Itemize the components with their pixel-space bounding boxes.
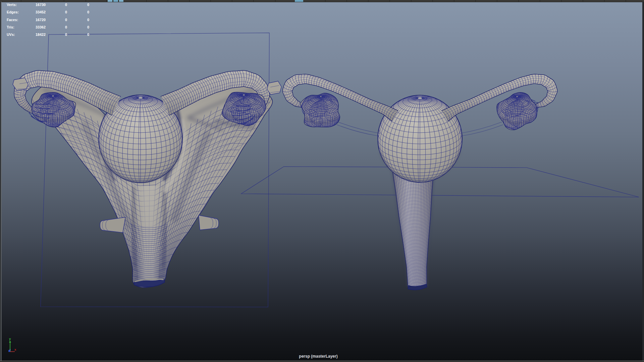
svg-text:18422: 18422 xyxy=(36,33,46,37)
svg-text:Faces:: Faces: xyxy=(7,18,18,22)
svg-text:persp (masterLayer): persp (masterLayer) xyxy=(299,354,337,359)
svg-text:0: 0 xyxy=(87,18,89,22)
svg-text:0: 0 xyxy=(65,25,67,29)
svg-text:0: 0 xyxy=(87,10,89,14)
svg-text:0: 0 xyxy=(87,33,89,37)
svg-text:0: 0 xyxy=(87,25,89,29)
svg-text:0: 0 xyxy=(65,33,67,37)
svg-text:Verts:: Verts: xyxy=(7,3,17,7)
svg-text:16730: 16730 xyxy=(36,3,46,7)
svg-text:y: y xyxy=(9,337,11,341)
svg-text:16720: 16720 xyxy=(36,18,46,22)
svg-text:0: 0 xyxy=(65,10,67,14)
svg-text:x: x xyxy=(14,348,16,351)
svg-text:UVs:: UVs: xyxy=(7,33,15,37)
svg-text:0: 0 xyxy=(65,18,67,22)
svg-text:0: 0 xyxy=(87,3,89,7)
svg-text:0: 0 xyxy=(65,3,67,7)
svg-text:Edges:: Edges: xyxy=(7,10,19,14)
svg-text:33362: 33362 xyxy=(36,25,46,29)
svg-text:33452: 33452 xyxy=(36,10,46,14)
svg-text:Tris:: Tris: xyxy=(7,25,14,29)
